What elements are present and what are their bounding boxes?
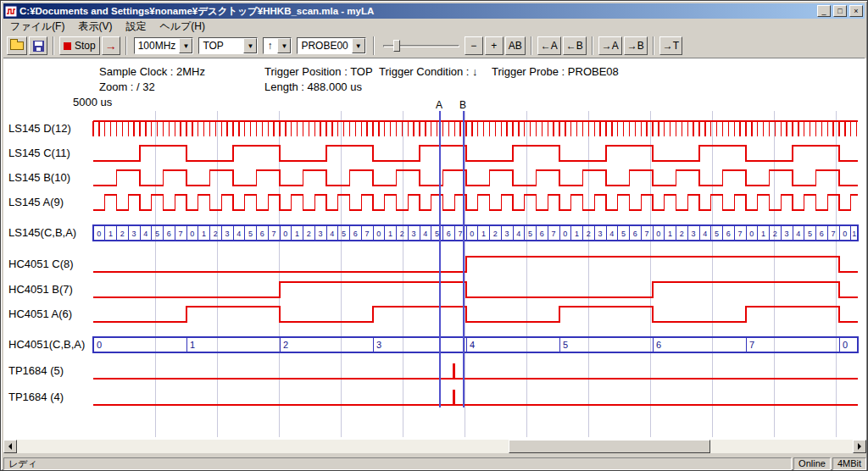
sample-clock-select[interactable]: 100MHz ▼ — [134, 37, 194, 54]
horizontal-scrollbar[interactable] — [3, 440, 866, 453]
dropdown-arrow-icon[interactable]: ▼ — [352, 38, 365, 53]
goto-marker-a-button[interactable]: ←A — [537, 36, 561, 55]
status-message: レディ — [3, 457, 792, 470]
trigger-probe-value: PROBE00 — [298, 38, 351, 53]
svg-text:3: 3 — [319, 230, 323, 238]
trigger-edge-value: ↑ — [264, 38, 277, 53]
channel-label: LS145 A(9) — [8, 196, 64, 209]
run-button[interactable]: → — [102, 36, 120, 55]
window-title: C:¥Documents and Settings¥noname¥デスクトップ¥… — [19, 5, 815, 18]
app-window: C:¥Documents and Settings¥noname¥デスクトップ¥… — [0, 0, 868, 471]
channel-label: LS145 D(12) — [8, 122, 71, 136]
svg-text:0: 0 — [190, 230, 194, 238]
trigger-edge-select[interactable]: ↑ ▼ — [263, 37, 292, 54]
minimize-button[interactable]: _ — [817, 5, 831, 17]
svg-text:4: 4 — [236, 230, 241, 238]
svg-text:2: 2 — [400, 230, 404, 238]
menu-help[interactable]: ヘルプ(H) — [153, 18, 212, 36]
slider-thumb[interactable] — [393, 40, 400, 52]
svg-text:3: 3 — [132, 230, 136, 238]
channel-label: LS145 C(11) — [8, 147, 70, 160]
svg-text:0: 0 — [749, 230, 754, 238]
svg-text:4: 4 — [330, 230, 334, 238]
stop-button[interactable]: Stop — [59, 36, 100, 55]
svg-text:0: 0 — [97, 340, 102, 350]
menu-settings[interactable]: 設定 — [119, 18, 153, 36]
open-button[interactable] — [7, 36, 27, 55]
save-floppy-icon — [33, 41, 44, 52]
menu-file[interactable]: ファイル(F) — [3, 18, 71, 36]
svg-text:1: 1 — [852, 230, 856, 238]
svg-text:1: 1 — [761, 230, 765, 238]
svg-text:0: 0 — [843, 230, 847, 238]
dropdown-arrow-icon[interactable]: ▼ — [277, 38, 291, 53]
svg-text:1: 1 — [668, 230, 672, 238]
set-marker-a-button[interactable]: →A — [598, 36, 622, 55]
svg-text:1: 1 — [108, 230, 113, 238]
svg-text:1: 1 — [190, 340, 195, 350]
dropdown-arrow-icon[interactable]: ▼ — [243, 38, 257, 53]
save-button[interactable] — [29, 36, 47, 55]
svg-text:1: 1 — [202, 230, 206, 238]
app-icon — [5, 6, 17, 17]
svg-text:4: 4 — [609, 230, 614, 238]
svg-text:5: 5 — [528, 230, 532, 238]
svg-text:7: 7 — [552, 230, 556, 238]
svg-text:0: 0 — [283, 230, 287, 238]
right-arrow-icon — [858, 443, 861, 450]
svg-text:7: 7 — [365, 230, 370, 238]
close-button[interactable]: × — [849, 5, 863, 17]
zoom-slider[interactable] — [383, 37, 459, 54]
menu-view[interactable]: 表示(V) — [71, 18, 119, 36]
toolbar-separator — [653, 36, 654, 55]
svg-text:1: 1 — [295, 230, 299, 238]
svg-text:6: 6 — [633, 230, 637, 238]
marker-label[interactable]: A — [436, 99, 442, 111]
channel-label: HC4051 A(6) — [8, 308, 72, 321]
svg-text:2: 2 — [307, 230, 311, 238]
svg-text:3: 3 — [376, 340, 381, 350]
goto-trigger-button[interactable]: →T — [659, 36, 682, 55]
svg-text:6: 6 — [260, 230, 264, 238]
svg-text:6: 6 — [540, 230, 544, 238]
zoom-out-button[interactable]: − — [465, 36, 483, 55]
channel-label: TP1684 (4) — [8, 391, 64, 404]
svg-text:1: 1 — [388, 230, 392, 238]
svg-text:3: 3 — [225, 230, 230, 238]
scrollbar-thumb[interactable] — [509, 440, 710, 453]
trigger-probe-select[interactable]: PROBE00 ▼ — [297, 37, 365, 54]
waveform-canvas: 0123456701234567012345670123456701234567… — [3, 58, 866, 440]
svg-text:1: 1 — [575, 230, 579, 238]
channel-label: HC4051(C,B,A) — [8, 338, 85, 352]
channel-label: LS145 B(10) — [8, 171, 70, 185]
zoom-in-button[interactable]: + — [485, 36, 504, 55]
scroll-left-button[interactable] — [3, 440, 17, 453]
svg-text:5: 5 — [808, 230, 812, 238]
goto-marker-b-button[interactable]: ←B — [563, 36, 587, 55]
set-marker-b-button[interactable]: →B — [624, 36, 648, 55]
svg-text:7: 7 — [749, 340, 754, 350]
svg-text:5: 5 — [155, 230, 159, 238]
svg-text:3: 3 — [785, 230, 789, 238]
channel-label: TP1684 (5) — [8, 364, 64, 378]
maximize-button[interactable]: □ — [833, 5, 847, 17]
svg-text:6: 6 — [726, 230, 731, 238]
svg-text:5: 5 — [342, 230, 346, 238]
dropdown-arrow-icon[interactable]: ▼ — [179, 38, 192, 53]
svg-text:5: 5 — [563, 340, 568, 350]
svg-text:7: 7 — [179, 230, 183, 238]
svg-text:6: 6 — [167, 230, 171, 238]
trigger-position-value: TOP — [199, 38, 243, 53]
svg-text:0: 0 — [843, 340, 848, 350]
svg-text:2: 2 — [773, 230, 777, 238]
scroll-right-button[interactable] — [853, 440, 866, 453]
svg-text:4: 4 — [516, 230, 520, 238]
ab-button[interactable]: AB — [505, 36, 526, 55]
trigger-position-select[interactable]: TOP ▼ — [198, 37, 258, 54]
statusbar: レディ Online 4MBit — [3, 457, 866, 470]
svg-text:5: 5 — [715, 230, 719, 238]
svg-text:0: 0 — [470, 230, 474, 238]
run-arrow-icon: → — [105, 39, 117, 53]
marker-label[interactable]: B — [459, 99, 466, 111]
svg-text:6: 6 — [447, 230, 451, 238]
